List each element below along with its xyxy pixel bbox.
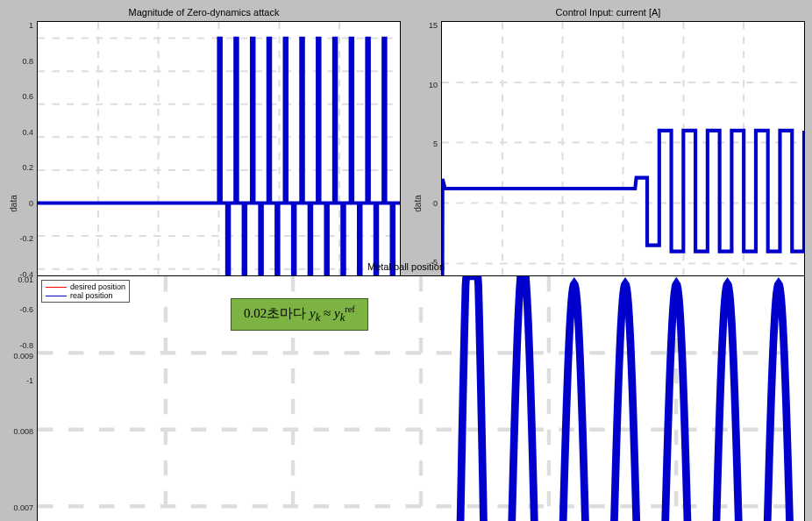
y-ticks: 0.010.0090.0080.0070.0060.0050.0040.0030… <box>7 275 37 521</box>
y-axis-label: data <box>9 195 18 211</box>
annotation-box[interactable]: 0.02초마다 yk ≈ ykref <box>231 298 368 331</box>
plot-title: Metal ball position <box>367 261 445 272</box>
legend-swatch-red <box>46 287 67 288</box>
plot-control-input: Control Input: current [A] data 151050-5… <box>411 7 805 244</box>
legend[interactable]: desired position real position <box>41 280 130 303</box>
legend-entry-desired: desired position <box>46 282 125 291</box>
legend-entry-real: real position <box>46 291 125 300</box>
plot-ball-position: Metal ball position 0.010.0090.0080.0070… <box>7 261 805 507</box>
figure-window: Magnitude of Zero-dynamics attack data 1… <box>0 0 812 521</box>
annotation-formula: yk ≈ ykref <box>310 306 355 320</box>
y-axis-label: data <box>413 195 423 211</box>
legend-swatch-blue <box>46 296 67 296</box>
plot-title: Control Input: current [A] <box>556 7 661 18</box>
axes-area[interactable]: desired position real position 0.02초마다 y… <box>37 275 805 521</box>
plot-title: Magnitude of Zero-dynamics attack <box>129 7 280 18</box>
plot-zero-dynamics: Magnitude of Zero-dynamics attack data 1… <box>7 7 401 244</box>
